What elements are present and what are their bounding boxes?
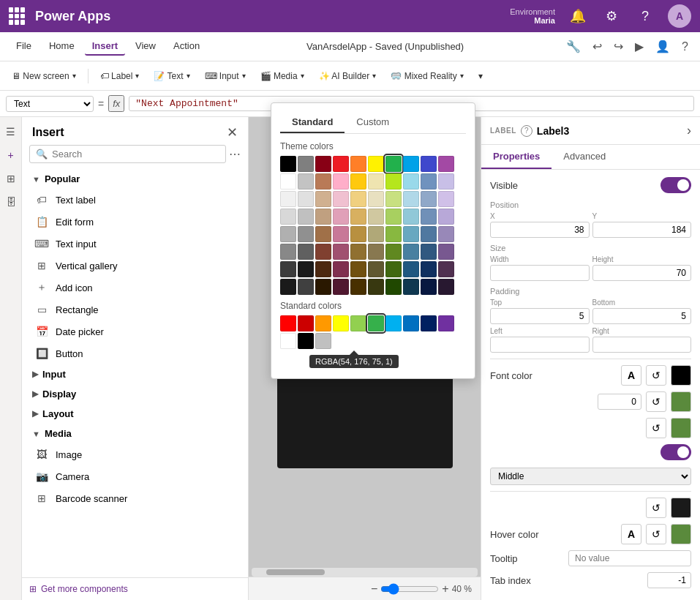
- notification-icon[interactable]: 🔔: [567, 5, 589, 27]
- waffle-icon[interactable]: [9, 7, 26, 25]
- theme-color-cell[interactable]: [385, 173, 402, 190]
- new-screen-button[interactable]: 🖥 New screen ▾: [6, 68, 82, 84]
- theme-color-cell[interactable]: [438, 173, 454, 190]
- item-barcode-scanner[interactable]: ⊞ Barcode scanner: [25, 487, 245, 509]
- theme-color-cell[interactable]: [298, 244, 314, 260]
- theme-color-cell[interactable]: [368, 173, 384, 190]
- theme-color-cell[interactable]: [368, 226, 384, 242]
- insert-close-button[interactable]: ✕: [227, 124, 238, 140]
- section-display-header[interactable]: ▶ Display: [25, 384, 245, 404]
- help-icon[interactable]: ?: [634, 5, 656, 27]
- pos-x-input[interactable]: [490, 222, 590, 238]
- input-button[interactable]: ⌨ Input ▾: [199, 68, 252, 84]
- theme-color-cell[interactable]: [438, 244, 454, 260]
- data-icon[interactable]: 🗄: [2, 193, 20, 211]
- theme-color-cell[interactable]: [333, 191, 349, 207]
- std-color-cell[interactable]: [280, 333, 296, 349]
- zoom-out-button[interactable]: −: [371, 582, 377, 596]
- theme-color-cell[interactable]: [368, 279, 384, 295]
- theme-color-cell[interactable]: [315, 261, 331, 277]
- theme-color-cell[interactable]: [403, 191, 419, 207]
- num-color-swatch[interactable]: [671, 391, 691, 412]
- theme-color-cell[interactable]: [403, 173, 419, 190]
- tab-properties[interactable]: Properties: [481, 145, 552, 169]
- insert-toggle-icon[interactable]: +: [2, 146, 20, 164]
- theme-color-cell[interactable]: [350, 261, 366, 277]
- pad-bottom-input[interactable]: [592, 308, 692, 324]
- theme-color-cell[interactable]: [421, 279, 437, 295]
- more-toolbar-button[interactable]: ▾: [473, 68, 489, 84]
- std-color-cell[interactable]: [385, 315, 402, 331]
- visible-toggle-2[interactable]: [661, 444, 691, 460]
- avatar[interactable]: A: [668, 4, 691, 28]
- theme-color-cell[interactable]: [280, 261, 296, 277]
- theme-color-cell[interactable]: [421, 244, 437, 260]
- insert-search-box[interactable]: 🔍: [29, 145, 226, 163]
- layers-icon[interactable]: ⊞: [2, 170, 20, 187]
- theme-color-cell[interactable]: [333, 226, 349, 242]
- font-color-reset-button[interactable]: ↺: [646, 365, 666, 386]
- theme-color-cell[interactable]: [280, 156, 296, 172]
- section-media-header[interactable]: ▼ Media: [25, 424, 245, 443]
- theme-color-cell[interactable]: [438, 191, 454, 207]
- theme-color-cell[interactable]: [333, 244, 349, 260]
- item-add-icon[interactable]: ＋ Add icon: [25, 277, 245, 299]
- expand-panel-button[interactable]: ›: [687, 123, 691, 138]
- theme-color-cell[interactable]: [350, 173, 366, 190]
- num-reset-button[interactable]: ↺: [646, 391, 666, 412]
- item-text-label[interactable]: 🏷 Text label: [25, 189, 245, 211]
- theme-color-cell[interactable]: [350, 209, 366, 225]
- pad-right-input[interactable]: [592, 337, 692, 353]
- media-button[interactable]: 🎬 Media ▾: [255, 68, 310, 84]
- undo-icon[interactable]: ↩: [590, 37, 605, 56]
- theme-color-cell[interactable]: [280, 226, 296, 242]
- theme-color-cell[interactable]: [403, 279, 419, 295]
- theme-color-cell[interactable]: [333, 173, 349, 190]
- theme-color-cell[interactable]: [280, 279, 296, 295]
- visible-toggle[interactable]: [661, 177, 691, 193]
- theme-color-cell[interactable]: [280, 191, 296, 207]
- theme-color-cell[interactable]: [298, 261, 314, 277]
- theme-color-cell[interactable]: [421, 173, 437, 190]
- theme-color-cell[interactable]: [333, 156, 349, 172]
- tab-index-input[interactable]: [647, 572, 691, 588]
- menu-view[interactable]: View: [128, 37, 163, 56]
- theme-color-cell[interactable]: [315, 156, 331, 172]
- std-color-cell[interactable]: [298, 315, 314, 331]
- std-color-cell[interactable]: [438, 315, 454, 331]
- theme-color-cell[interactable]: [315, 173, 331, 190]
- font-color-a-button[interactable]: A: [621, 365, 641, 386]
- theme-color-cell[interactable]: [350, 279, 366, 295]
- hover-color-a-button[interactable]: A: [621, 524, 641, 544]
- theme-color-cell[interactable]: [385, 279, 402, 295]
- theme-color-cell[interactable]: [315, 279, 331, 295]
- theme-color-cell[interactable]: [385, 209, 402, 225]
- std-color-cell[interactable]: [333, 315, 349, 331]
- property-select[interactable]: Text: [6, 96, 94, 112]
- label-help-icon[interactable]: ?: [521, 125, 532, 137]
- section-popular-header[interactable]: ▼ Popular: [25, 169, 245, 189]
- hover-color-reset-button[interactable]: ↺: [646, 524, 666, 544]
- theme-color-cell[interactable]: [403, 261, 419, 277]
- theme-color-cell[interactable]: [438, 261, 454, 277]
- insert-more-button[interactable]: ⋯: [229, 147, 241, 161]
- theme-color-cell[interactable]: [368, 261, 384, 277]
- theme-color-cell[interactable]: [280, 173, 296, 190]
- theme-color-cell[interactable]: [350, 191, 366, 207]
- theme-color-cell[interactable]: [298, 156, 314, 172]
- item-vertical-gallery[interactable]: ⊞ Vertical gallery: [25, 255, 245, 277]
- theme-color-cell[interactable]: [333, 261, 349, 277]
- theme-color-cell[interactable]: [315, 209, 331, 225]
- theme-color-cell[interactable]: [368, 244, 384, 260]
- zoom-in-button[interactable]: +: [442, 582, 448, 596]
- zoom-slider[interactable]: [380, 583, 439, 595]
- std-color-cell[interactable]: [368, 315, 384, 331]
- theme-color-cell[interactable]: [298, 279, 314, 295]
- hover-color-swatch[interactable]: [671, 524, 691, 544]
- item-button[interactable]: 🔲 Button: [25, 342, 245, 364]
- font-reset-swatch[interactable]: [671, 498, 691, 518]
- theme-color-cell[interactable]: [280, 209, 296, 225]
- text-button[interactable]: 📝 Text ▾: [148, 68, 195, 84]
- redo-icon[interactable]: ↪: [611, 37, 626, 56]
- theme-color-cell[interactable]: [315, 244, 331, 260]
